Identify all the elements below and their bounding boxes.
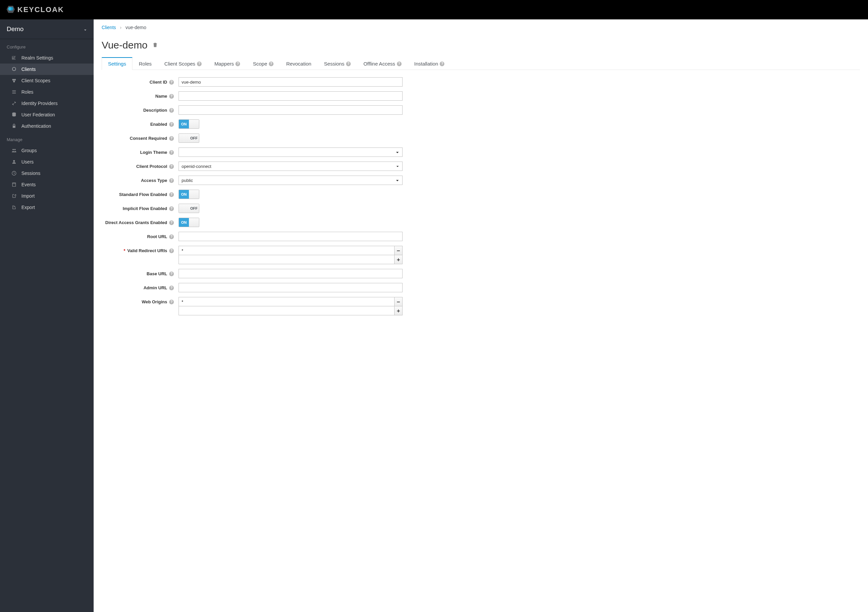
sidebar-item-identity-providers[interactable]: Identity Providers [0,98,94,109]
label-client_id: Client ID ? [102,77,178,85]
tab-client-scopes[interactable]: Client Scopes? [158,57,208,70]
help-icon[interactable]: ? [236,62,240,66]
tab-label: Scope [253,61,267,67]
input-web_origins[interactable] [179,297,394,306]
toggle-direct_access[interactable]: ON [178,218,199,227]
help-icon[interactable]: ? [169,108,174,113]
help-icon[interactable]: ? [169,271,174,276]
tab-sessions[interactable]: Sessions? [318,57,357,70]
svg-point-9 [13,160,15,162]
help-icon[interactable]: ? [397,62,401,66]
add-button[interactable]: + [394,255,402,264]
tab-settings[interactable]: Settings [102,57,132,70]
input-admin_url[interactable] [178,283,403,292]
cube-icon [11,67,17,72]
help-icon[interactable]: ? [169,80,174,85]
select-access_type[interactable]: public [178,175,403,185]
help-icon[interactable]: ? [169,220,174,225]
input-valid_redirect[interactable] [179,246,394,255]
help-icon[interactable]: ? [169,300,174,304]
sidebar-item-label: Realm Settings [22,55,53,60]
input-description[interactable] [178,105,403,115]
import-icon [11,193,17,199]
toggle-enabled[interactable]: ON [178,119,199,129]
help-icon[interactable]: ? [269,62,273,66]
sidebar-item-groups[interactable]: Groups [0,145,94,156]
help-icon[interactable]: ? [169,164,174,169]
label-description: Description ? [102,105,178,113]
sidebar-item-import[interactable]: Import [0,190,94,201]
tab-mappers[interactable]: Mappers? [208,57,246,70]
svg-point-7 [12,149,14,150]
input-web_origins-new[interactable] [179,306,394,315]
tab-label: Client Scopes [164,61,195,67]
tab-label: Revocation [286,61,311,67]
input-root_url[interactable] [178,232,403,241]
select-client_protocol[interactable]: openid-connect [178,161,403,171]
tab-scope[interactable]: Scope? [246,57,280,70]
sidebar-item-label: Events [22,182,36,187]
sidebar-item-users[interactable]: Users [0,156,94,167]
toggle-consent_required[interactable]: OFF [178,133,199,143]
nav-section-configure: Configure [0,39,94,52]
help-icon[interactable]: ? [169,286,174,290]
sidebar-item-sessions[interactable]: Sessions [0,167,94,179]
tab-label: Installation [414,61,438,67]
sidebar-item-authentication[interactable]: Authentication [0,120,94,132]
label-consent_required: Consent Required ? [102,133,178,141]
header: KEYCLOAK [0,0,868,19]
tab-offline-access[interactable]: Offline Access? [357,57,408,70]
sidebar-item-roles[interactable]: Roles [0,86,94,98]
exchange-icon [11,101,17,106]
remove-button[interactable]: − [394,297,402,306]
required-mark: * [124,248,126,253]
select-login_theme[interactable] [178,147,403,157]
sidebar-item-label: Authentication [22,123,51,129]
add-button[interactable]: + [394,306,402,315]
help-icon[interactable]: ? [197,62,202,66]
svg-point-3 [12,79,14,81]
help-icon[interactable]: ? [169,122,174,127]
help-icon[interactable]: ? [169,150,174,155]
label-access_type: Access Type ? [102,175,178,183]
help-icon[interactable]: ? [440,62,444,66]
input-valid_redirect-new[interactable] [179,255,394,264]
help-icon[interactable]: ? [169,94,174,99]
toggle-standard_flow[interactable]: ON [178,190,199,199]
breadcrumb-root[interactable]: Clients [102,25,116,30]
toggle-implicit_flow[interactable]: OFF [178,204,199,213]
help-icon[interactable]: ? [346,62,351,66]
help-icon[interactable]: ? [169,248,174,253]
tab-label: Mappers [214,61,234,67]
help-icon[interactable]: ? [169,192,174,197]
input-base_url[interactable] [178,269,403,278]
sidebar-item-realm-settings[interactable]: Realm Settings [0,52,94,64]
sidebar-item-user-federation[interactable]: User Federation [0,109,94,120]
label-base_url: Base URL ? [102,269,178,276]
remove-button[interactable]: − [394,246,402,255]
input-name[interactable] [178,91,403,101]
sidebar-item-label: Groups [22,148,37,153]
tab-roles[interactable]: Roles [132,57,158,70]
sidebar: Demo ⌄ Configure Realm SettingsClientsCl… [0,19,94,612]
sidebar-item-client-scopes[interactable]: Client Scopes [0,75,94,86]
label-web_origins: Web Origins ? [102,297,178,304]
sidebar-item-events[interactable]: Events [0,179,94,190]
input-client_id[interactable] [178,77,403,87]
help-icon[interactable]: ? [169,234,174,239]
tab-installation[interactable]: Installation? [408,57,451,70]
tab-label: Roles [139,61,152,67]
help-icon[interactable]: ? [169,206,174,211]
help-icon[interactable]: ? [169,136,174,141]
scopes-icon [11,78,17,83]
tab-revocation[interactable]: Revocation [280,57,318,70]
logo[interactable]: KEYCLOAK [6,5,64,15]
breadcrumb-sep: › [120,25,122,30]
realm-selector[interactable]: Demo ⌄ [0,19,94,39]
sidebar-item-clients[interactable]: Clients [0,64,94,75]
nav-section-manage: Manage [0,132,94,145]
help-icon[interactable]: ? [169,178,174,183]
delete-button[interactable] [152,42,158,49]
label-standard_flow: Standard Flow Enabled ? [102,190,178,197]
sidebar-item-export[interactable]: Export [0,201,94,213]
